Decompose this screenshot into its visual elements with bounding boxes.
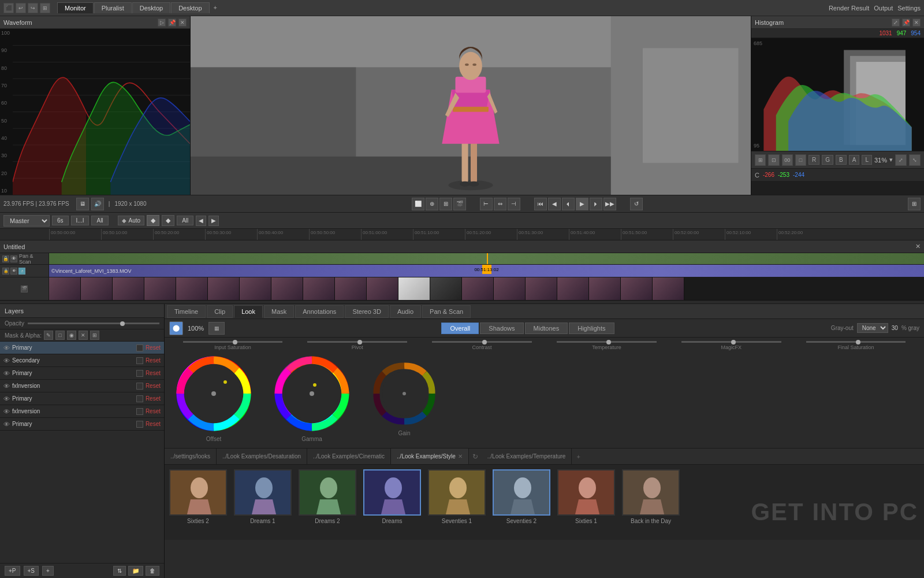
- audio-icon[interactable]: 🔊: [91, 198, 104, 210]
- timeline-close-btn[interactable]: ✕: [915, 243, 921, 250]
- slider-track-final-sat[interactable]: [806, 341, 906, 343]
- hist-ctrl-2[interactable]: ⊡: [768, 154, 779, 166]
- layer-reset-2[interactable]: Reset: [146, 357, 161, 364]
- output-btn[interactable]: Output: [874, 5, 893, 12]
- transport-step-fwd[interactable]: ⏵: [590, 198, 602, 210]
- slider-handle-input-sat[interactable]: [233, 340, 237, 344]
- look-thumb-seventies2[interactable]: Seventies 2: [493, 469, 550, 524]
- transport-clip-btn[interactable]: 🎬: [453, 198, 466, 210]
- master-dropdown[interactable]: Master: [3, 215, 50, 227]
- histogram-percent-dropdown[interactable]: ▾: [889, 156, 893, 164]
- look-tab-add-btn[interactable]: +: [572, 449, 584, 464]
- tab-timeline[interactable]: Timeline: [167, 305, 206, 318]
- add-p-btn[interactable]: +P: [5, 566, 20, 576]
- hist-channel-g[interactable]: G: [822, 155, 833, 165]
- look-thumb-backinday[interactable]: Back in the Day: [622, 469, 680, 524]
- hist-channel-r[interactable]: R: [808, 155, 819, 165]
- histogram-pin-btn[interactable]: 📌: [902, 18, 910, 27]
- mask-btn-3[interactable]: ◉: [67, 331, 76, 340]
- wheel-gamma-container[interactable]: [274, 356, 349, 431]
- slider-track-input-sat[interactable]: [183, 341, 283, 343]
- render-result-btn[interactable]: Render Result: [829, 5, 869, 12]
- tab-add-button[interactable]: +: [210, 2, 221, 13]
- waveform-play-btn[interactable]: ▷: [158, 18, 166, 27]
- look-tab-settings[interactable]: ../settings/looks: [165, 449, 217, 464]
- transport-go-start[interactable]: ⏮: [534, 198, 547, 210]
- mask-btn-5[interactable]: ⊞: [90, 331, 99, 340]
- layer-eye-3[interactable]: 👁: [3, 370, 10, 377]
- track-clip-content[interactable]: ©Vincent_Laforet_MVI_1383.MOV 00:51:13:0…: [49, 265, 924, 277]
- tab-annotations[interactable]: Annotations: [295, 305, 344, 318]
- transport-select-btn[interactable]: ⬜: [412, 198, 424, 210]
- opacity-slider[interactable]: [28, 323, 159, 324]
- layers-delete-btn[interactable]: 🗑: [146, 566, 159, 576]
- layer-eye-1[interactable]: 👁: [3, 344, 10, 351]
- layer-eye-4[interactable]: 👁: [3, 383, 10, 390]
- layer-eye-6[interactable]: 👁: [3, 408, 10, 415]
- layer-reset-3[interactable]: Reset: [146, 370, 161, 376]
- slider-track-magicfx[interactable]: [681, 341, 781, 343]
- duration-btn[interactable]: 6s: [52, 216, 69, 225]
- layer-eye-7[interactable]: 👁: [3, 421, 10, 428]
- track-pan-content[interactable]: [49, 253, 924, 264]
- look-grid-icon[interactable]: ▦: [208, 322, 225, 335]
- toolbar-icon-1[interactable]: ⬛: [3, 3, 14, 13]
- add-btn[interactable]: +: [42, 566, 54, 576]
- track-clip-lock[interactable]: 🔒: [2, 268, 9, 275]
- tab-pan-scan[interactable]: Pan & Scan: [422, 305, 471, 318]
- layer-checkbox-3[interactable]: [136, 370, 143, 377]
- slider-track-pivot[interactable]: [307, 341, 407, 343]
- look-thumb-dreams1[interactable]: Dreams 1: [234, 469, 292, 524]
- look-color-icon[interactable]: ⬤: [169, 321, 183, 335]
- nav-next[interactable]: ▶: [208, 216, 219, 226]
- layer-checkbox-1[interactable]: [136, 344, 143, 351]
- hist-channel-l[interactable]: L: [862, 155, 872, 165]
- opacity-handle[interactable]: [120, 321, 125, 326]
- slider-track-temperature[interactable]: [557, 341, 657, 343]
- transport-next-frame[interactable]: ▶▶: [603, 198, 616, 210]
- slider-handle-magicfx[interactable]: [731, 340, 736, 344]
- look-tab-cinematic[interactable]: ../Look Examples/Cinematic: [307, 449, 391, 464]
- hist-channel-a[interactable]: A: [849, 155, 860, 165]
- transport-step-back[interactable]: ⏴: [562, 198, 575, 210]
- layer-eye-2[interactable]: 👁: [3, 357, 10, 364]
- in-out-btn[interactable]: I...I: [71, 216, 90, 225]
- settings-btn[interactable]: Settings: [897, 5, 921, 12]
- filmstrip-icon[interactable]: 🎬: [21, 286, 28, 292]
- look-highlights-btn[interactable]: Highlights: [569, 323, 614, 334]
- hist-ctrl-4[interactable]: □: [795, 154, 806, 166]
- toolbar-icon-2[interactable]: ↩: [16, 3, 26, 13]
- slider-handle-final-sat[interactable]: [856, 340, 860, 344]
- keyframe-marker2[interactable]: ◆: [162, 215, 174, 226]
- keyframe-marker[interactable]: ◆: [147, 215, 159, 226]
- hist-channel-b[interactable]: B: [836, 155, 847, 165]
- look-tab-style[interactable]: ../Look Examples/Style ✕: [391, 449, 469, 464]
- tab-desktop-2[interactable]: Desktop: [171, 2, 209, 13]
- look-tab-temperature[interactable]: ../Look Examples/Temperature: [482, 449, 572, 464]
- layer-checkbox-7[interactable]: [136, 421, 143, 428]
- mask-btn-4[interactable]: ✕: [79, 331, 88, 340]
- look-thumb-dreams[interactable]: Dreams: [363, 469, 421, 524]
- layer-reset-7[interactable]: Reset: [146, 421, 161, 427]
- toolbar-icon-4[interactable]: ⊞: [40, 3, 50, 13]
- histogram-expand-btn[interactable]: ⤢: [892, 18, 900, 27]
- transport-sync[interactable]: ⇔: [494, 198, 506, 210]
- hist-expand-btn[interactable]: ⤢: [895, 154, 907, 166]
- track-clip-eye[interactable]: 👁: [10, 268, 17, 275]
- transport-play[interactable]: ▶: [576, 198, 588, 210]
- tab-stereo3d[interactable]: Stereo 3D: [345, 305, 389, 318]
- waveform-close-btn[interactable]: ✕: [178, 18, 187, 27]
- layers-folder-btn[interactable]: 📁: [128, 566, 143, 576]
- tab-clip[interactable]: Clip: [207, 305, 233, 318]
- layer-reset-6[interactable]: Reset: [146, 408, 161, 414]
- look-thumb-sixties2[interactable]: Sixties 2: [169, 469, 227, 524]
- waveform-pin-btn[interactable]: 📌: [168, 18, 176, 27]
- look-tab-refresh-btn[interactable]: ↻: [469, 449, 482, 464]
- layer-reset-4[interactable]: Reset: [146, 383, 161, 389]
- look-thumb-dreams2[interactable]: Dreams 2: [299, 469, 356, 524]
- monitor-icon[interactable]: 🖥: [76, 198, 89, 210]
- nav-prev[interactable]: ◀: [196, 216, 206, 226]
- slider-handle-temperature[interactable]: [606, 340, 611, 344]
- grayout-dropdown[interactable]: None: [857, 323, 888, 333]
- wheel-offset-container[interactable]: [176, 356, 251, 431]
